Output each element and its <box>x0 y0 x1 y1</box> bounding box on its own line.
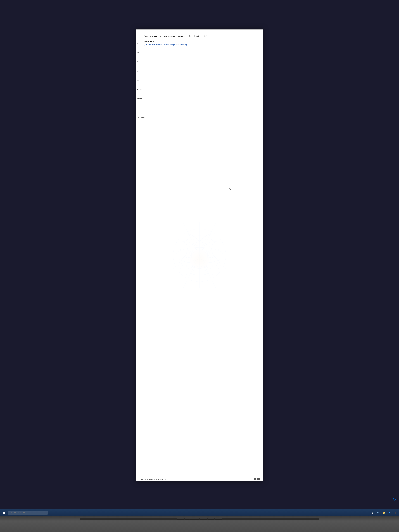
dot <box>185 529 185 529</box>
answer-section: The area is . (Simplify your answer. Typ… <box>140 40 259 46</box>
dot <box>195 529 195 529</box>
dot <box>220 529 220 529</box>
taskbar-app-icon[interactable]: ◑ <box>394 511 397 515</box>
sidebar-item-grades: Grades <box>136 89 145 90</box>
instruction-text: Enter your answer in the answer box. <box>139 478 167 480</box>
dot <box>203 529 203 529</box>
dot <box>201 529 201 529</box>
windows-logo <box>3 512 5 514</box>
dot <box>182 529 182 529</box>
keyboard-area <box>80 518 319 520</box>
sidebar-item-inform: a Inform <box>136 79 145 81</box>
sidebar-item-dl: dl <box>136 42 145 44</box>
dot <box>219 529 219 529</box>
bottom-navigation: ◄ ► <box>253 477 260 480</box>
simplify-hint: (Simplify your answer. Type an integer o… <box>144 44 259 46</box>
key-group-2 <box>194 518 207 519</box>
win-square-3 <box>3 513 4 514</box>
key-7 <box>197 518 199 519</box>
sidebar-item-m: m <box>136 61 145 63</box>
dot <box>196 529 196 529</box>
win-square-2 <box>4 512 5 513</box>
dot <box>205 529 206 529</box>
taskbar-mail-icon[interactable]: ✉ <box>376 511 380 515</box>
dot <box>190 529 191 529</box>
key-10 <box>205 518 207 519</box>
key-11 <box>215 518 217 519</box>
key-group-1 <box>177 518 190 519</box>
key-spacebar <box>208 518 214 519</box>
hp-logo: hp <box>393 498 396 501</box>
dot <box>199 529 199 529</box>
key-2 <box>179 518 182 519</box>
dot <box>189 529 190 529</box>
dot <box>191 529 192 529</box>
dot <box>183 529 184 529</box>
content-wrapper: Find the area of the region between the … <box>140 32 259 46</box>
dot <box>188 529 189 529</box>
key-4 <box>185 518 187 519</box>
question-text: Find the area of the region between the … <box>140 34 259 38</box>
laptop-bottom <box>0 516 399 532</box>
taskbar-icons: ○ ⊞ ✉ 📁 e ◑ <box>365 511 397 515</box>
key-12 <box>217 518 220 519</box>
taskbar-windows-icon[interactable]: ⊞ <box>371 511 374 515</box>
answer-line: The area is . <box>144 40 259 43</box>
dot <box>193 529 194 529</box>
dot <box>196 529 197 529</box>
dot <box>211 529 212 529</box>
key-13 <box>220 518 222 519</box>
answer-suffix-text: . <box>160 40 160 43</box>
answer-input[interactable] <box>155 40 159 43</box>
dot <box>215 529 216 529</box>
dot <box>214 529 214 529</box>
nav-prev-button[interactable]: ◄ <box>253 477 256 480</box>
dot <box>218 529 218 529</box>
sidebar-overlay: dl (O m 6 a Inform Grades Withdra s? edi… <box>136 42 145 118</box>
dot <box>208 529 209 529</box>
sidebar-item-s: s? <box>136 107 145 109</box>
dot <box>184 529 184 529</box>
windows-taskbar: ○ ⊞ ✉ 📁 e ◑ <box>0 509 399 516</box>
hp-logo-area: hp <box>391 497 398 502</box>
dot <box>198 529 198 529</box>
dot <box>217 529 217 529</box>
sidebar-item-library: edie Librar <box>136 116 145 118</box>
dot <box>181 529 181 529</box>
content-area: Find the area of the region between the … <box>136 30 263 481</box>
taskbar-folder-icon[interactable]: 📁 <box>382 511 386 515</box>
win-square-1 <box>3 512 4 513</box>
dot <box>192 529 193 529</box>
key-5 <box>187 518 190 519</box>
dot <box>209 529 210 529</box>
taskbar-search-input[interactable] <box>8 511 48 515</box>
sidebar-item-o: (O <box>136 52 145 54</box>
laptop-screen: dl (O m 6 a Inform Grades Withdra s? edi… <box>0 0 399 509</box>
sidebar-item-withdraw: Withdra <box>136 98 145 100</box>
answer-prefix-text: The area is <box>144 40 154 43</box>
dot <box>215 529 215 529</box>
key-8 <box>200 518 202 519</box>
key-1 <box>177 518 179 519</box>
speaker-dots <box>0 529 399 529</box>
dot <box>180 529 180 529</box>
key-6 <box>194 518 197 519</box>
dot <box>207 529 208 529</box>
nav-next-button[interactable]: ► <box>257 477 260 480</box>
sidebar-item-6: 6 <box>136 70 145 72</box>
dot <box>202 529 203 529</box>
dot <box>186 529 187 529</box>
browser-window: dl (O m 6 a Inform Grades Withdra s? edi… <box>136 29 263 481</box>
dot <box>200 529 200 529</box>
win-square-4 <box>4 513 5 514</box>
dot <box>210 529 211 529</box>
dot <box>206 529 207 529</box>
dot <box>187 529 188 529</box>
dot <box>179 529 179 529</box>
bottom-instruction-bar: Enter your answer in the answer box. ◄ ► <box>136 477 263 481</box>
taskbar-edge-icon[interactable]: e <box>388 511 392 515</box>
start-button[interactable] <box>2 510 6 515</box>
key-group-3 <box>215 518 222 519</box>
taskbar-circle-icon[interactable]: ○ <box>365 511 368 515</box>
dot <box>204 529 204 529</box>
